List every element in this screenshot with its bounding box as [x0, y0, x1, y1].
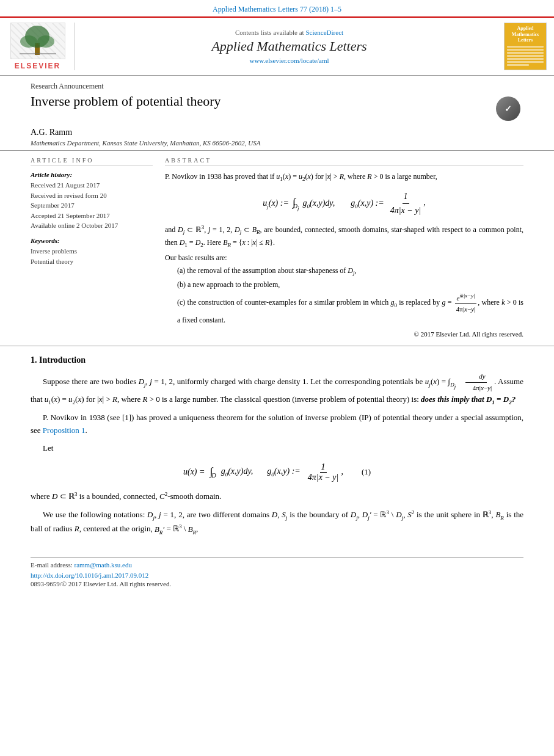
doi-link[interactable]: http://dx.doi.org/10.1016/j.aml.2017.09.… [31, 572, 148, 579]
svg-point-2 [20, 35, 37, 48]
abstract-body: P. Novikov in 1938 has proved that if u1… [165, 171, 523, 340]
section1-para2: P. Novikov in 1938 (see [1]) has proved … [31, 412, 523, 437]
journal-url[interactable]: www.elsevier.com/locate/aml [249, 57, 329, 64]
journal-thumbnail: Applied Mathematics Letters [504, 23, 547, 70]
keywords-label: Keywords: [31, 237, 153, 244]
keyword-inverse: Inverse problems [31, 247, 77, 255]
journal-header: ELSEVIER Contents lists available at Sci… [0, 16, 554, 76]
history-text: Received 21 August 2017 Received in revi… [31, 180, 153, 231]
abstract-copyright: © 2017 Elsevier Ltd. All rights reserved… [165, 329, 523, 340]
keyword-potential: Potential theory [31, 258, 73, 265]
article-info-abstract: ARTICLE INFO Article history: Received 2… [0, 151, 554, 346]
abstract-formula: uj(x) := ∫Dj g0(x,y)dy, g0(x,y) := 1 4π|… [165, 190, 523, 217]
formula-1-content: u(x) = ∫D g0(x,y)dy, g0(x,y) := 1 4π|x −… [183, 462, 343, 482]
history-label: Article history: [31, 171, 153, 178]
abstract-header: ABSTRACT [165, 157, 523, 166]
doi-line: http://dx.doi.org/10.1016/j.aml.2017.09.… [31, 570, 523, 580]
formula-1: u(x) = ∫D g0(x,y)dy, g0(x,y) := 1 4π|x −… [31, 462, 523, 482]
journal-reference: Applied Mathematics Letters 77 (2018) 1–… [0, 0, 554, 16]
footnote-area: E-mail address: ramm@math.ksu.edu http:/… [31, 557, 523, 587]
contents-line: Contents lists available at ScienceDirec… [235, 29, 343, 36]
author-name: A.G. Ramm [31, 128, 523, 137]
article-title: Inverse problem of potential theory [31, 93, 493, 109]
proposition1-link[interactable]: Proposition 1 [43, 426, 86, 435]
thumb-lines [507, 46, 544, 67]
journal-center-info: Contents lists available at ScienceDirec… [81, 23, 498, 70]
article-metadata: Research Announcement Inverse problem of… [0, 76, 554, 151]
section1-title: 1. Introduction [31, 355, 523, 365]
email-link[interactable]: ramm@math.ksu.edu [74, 561, 131, 569]
email-label: E-mail address: [31, 561, 73, 569]
title-row: Inverse problem of potential theory ✓ [31, 93, 523, 124]
elsevier-brand-text: ELSEVIER [15, 62, 60, 70]
section1-para4: where D ⊂ ℝ3 is a bounded, connected, C2… [31, 490, 523, 503]
section1-para5: We use the following notations: Dj, j = … [31, 508, 523, 537]
article-type: Research Announcement [31, 82, 523, 91]
crossmark-badge[interactable]: ✓ [493, 93, 523, 124]
formula-number-1: (1) [362, 467, 371, 477]
svg-point-3 [37, 35, 54, 48]
keywords-text: Inverse problems Potential theory [31, 246, 153, 267]
abstract-col: ABSTRACT P. Novikov in 1938 has proved t… [165, 157, 523, 340]
contents-text: Contents lists available at [235, 29, 304, 36]
main-content: 1. Introduction Suppose there are two bo… [0, 346, 554, 550]
abstract-results: (a) the removal of the assumption about … [177, 265, 523, 325]
article-info-header: ARTICLE INFO [31, 157, 153, 166]
elsevier-logo: ELSEVIER [7, 23, 75, 70]
issn-line: 0893-9659/© 2017 Elsevier Ltd. All right… [31, 580, 523, 587]
journal-ref-text: Applied Mathematics Letters 77 (2018) 1–… [213, 5, 341, 13]
logo-image [10, 23, 65, 59]
journal-title: Applied Mathematics Letters [211, 38, 366, 54]
email-footnote: E-mail address: ramm@math.ksu.edu [31, 561, 523, 569]
section1-para1: Suppose there are two bodies Dj, j = 1, … [31, 371, 523, 407]
replaced-by-text: replaced by [406, 298, 440, 307]
sciencedirect-link[interactable]: ScienceDirect [305, 29, 343, 36]
author-affiliation: Mathematics Department, Kansas State Uni… [31, 139, 523, 147]
crossmark-icon: ✓ [496, 96, 520, 121]
section1-para3: Let [31, 442, 523, 455]
article-info-col: ARTICLE INFO Article history: Received 2… [31, 157, 153, 340]
thumb-title: Applied Mathematics Letters [507, 26, 544, 43]
